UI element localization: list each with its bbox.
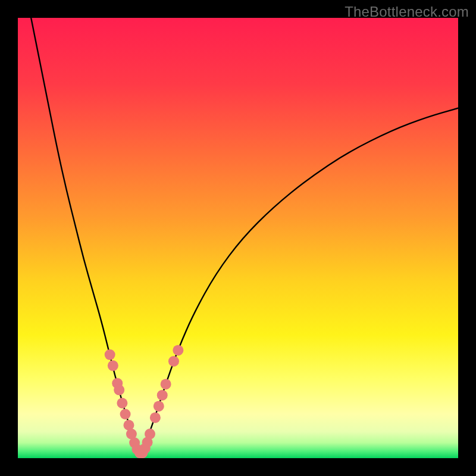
highlight-dot: [161, 379, 171, 390]
highlight-dot: [117, 398, 127, 409]
watermark-text: TheBottleneck.com: [345, 4, 469, 20]
highlight-dot: [168, 356, 179, 367]
chart-svg: [18, 18, 458, 458]
highlight-dot: [105, 349, 115, 360]
highlight-dot: [145, 428, 155, 439]
highlight-dot: [154, 401, 164, 412]
highlight-dot: [157, 390, 168, 400]
highlight-dot: [120, 409, 131, 419]
highlight-dot: [173, 345, 183, 356]
highlight-dot: [108, 361, 118, 371]
highlight-dots-group: [105, 345, 184, 458]
curve-right-branch: [140, 108, 458, 454]
highlight-dot: [150, 412, 161, 423]
plot-area: [18, 18, 458, 458]
highlight-dot: [114, 384, 124, 395]
